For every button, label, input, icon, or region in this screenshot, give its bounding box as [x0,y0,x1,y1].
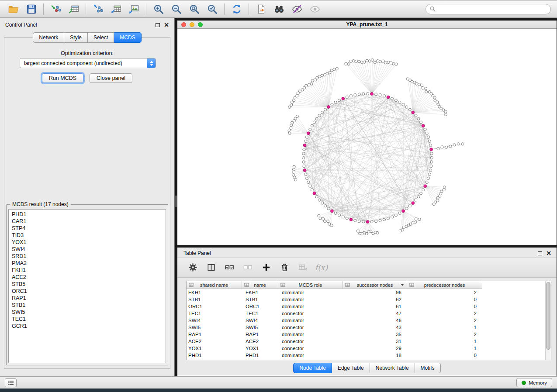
mcds-result-item[interactable]: STP4 [12,225,166,232]
column-header-successor-nodes[interactable]: successor nodes [343,281,407,289]
mcds-result-item[interactable]: FKH1 [12,267,166,274]
tab-edge-table[interactable]: Edge Table [332,363,370,373]
table-row[interactable]: SWI5SWI5connector431 [187,324,545,331]
gear-icon [188,262,198,272]
criterion-select[interactable]: largest connected component (undirected) [20,58,156,68]
column-grid-icon [189,282,194,287]
menu-button[interactable] [5,378,17,387]
table-panel: Table Panel ✕ [177,247,557,376]
export-web-page-button[interactable] [252,1,270,17]
zoom-fit-icon [189,3,200,15]
zoom-selected-button[interactable] [203,1,221,17]
column-grid-icon [345,282,350,287]
show-columns-button[interactable] [205,261,217,273]
table-row[interactable]: ORC1ORC1dominator610 [187,303,545,310]
zoom-in-button[interactable] [149,1,167,17]
table-row[interactable]: SWI4SWI4dominator462 [187,317,545,324]
tab-style[interactable]: Style [64,32,88,43]
tab-motifs[interactable]: Motifs [415,363,441,373]
hide-selected-button[interactable] [288,1,306,17]
control-panel: Control Panel ✕ NetworkStyleSelectMCDS O… [0,18,175,376]
column-header-name[interactable]: name [242,281,278,289]
table-row[interactable]: ACE2ACE2connector311 [187,338,545,345]
open-session-button[interactable] [4,1,22,17]
memory-button[interactable]: Memory [516,378,552,387]
tab-select[interactable]: Select [88,32,114,43]
column-header-mcds-role[interactable]: MCDS role [278,281,343,289]
export-image-icon [128,3,140,15]
node-table-body: FKH1FKH1dominator962STB1STB1dominator620… [187,289,545,360]
show-all-button[interactable] [306,1,324,17]
save-session-button[interactable] [22,1,40,17]
minimize-window-button[interactable] [190,22,194,27]
close-window-button[interactable] [181,22,186,27]
export-image-button[interactable] [125,1,143,17]
mcds-result-item[interactable]: SRD1 [12,253,166,260]
mcds-result-item[interactable]: SWI4 [12,246,166,253]
mcds-result-item[interactable]: STB1 [12,302,166,309]
delete-table-button[interactable] [297,261,309,273]
add-column-button[interactable] [260,261,272,273]
run-mcds-button[interactable]: Run MCDS [42,73,83,83]
close-control-panel-icon[interactable]: ✕ [164,23,169,27]
mcds-result-item[interactable]: RAP1 [12,295,166,302]
apply-layout-button[interactable] [228,1,246,17]
tab-node-table[interactable]: Node Table [293,363,332,373]
table-tabs: Node TableEdge TableNetwork TableMotifs [177,363,557,373]
mcds-result-item[interactable]: ACE2 [12,274,166,281]
table-row[interactable]: PHD1PHD1dominator180 [187,352,545,359]
memory-status-dot [522,381,526,385]
search-box[interactable] [426,4,551,14]
mcds-result-item[interactable]: PHD1 [12,211,166,218]
table-row[interactable]: STB1STB1dominator620 [187,296,545,303]
table-row[interactable]: TEC1TEC1connector472 [187,310,545,317]
find-button[interactable] [270,1,288,17]
save-floppy-icon [26,3,37,15]
column-settings-button[interactable] [187,261,199,273]
table-row[interactable]: RAP1RAP1dominator352 [187,331,545,338]
float-table-panel-icon[interactable] [538,251,542,255]
mcds-result-item[interactable]: PMA2 [12,260,166,267]
select-all-icon [225,262,235,272]
import-network-button[interactable] [47,1,65,17]
mcds-result-item[interactable]: CAR1 [12,218,166,225]
function-builder-button[interactable]: f(x) [315,261,327,273]
close-table-panel-icon[interactable]: ✕ [546,251,551,255]
export-network-button[interactable] [89,1,107,17]
select-all-rows-button[interactable] [224,261,235,273]
export-table-button[interactable] [107,1,125,17]
table-row[interactable]: YOX1YOX1connector291 [187,345,545,352]
mcds-result-item[interactable]: TID3 [12,232,166,239]
close-mcds-panel-button[interactable]: Close panel [90,73,132,83]
tab-network[interactable]: Network [33,32,64,43]
network-canvas[interactable] [177,29,557,245]
binoculars-icon [273,3,285,15]
tab-mcds[interactable]: MCDS [114,32,141,43]
delete-column-button[interactable] [279,261,291,273]
zoom-fit-button[interactable] [185,1,203,17]
scrollbar-thumb[interactable] [546,282,550,350]
table-row[interactable]: FKH1FKH1dominator962 [187,289,545,296]
mcds-result-item[interactable]: TEC1 [12,316,166,323]
column-header-shared-name[interactable]: shared name [187,281,242,289]
deselect-all-rows-button[interactable] [242,261,254,273]
memory-label: Memory [529,380,547,385]
mcds-result-item[interactable]: YOX1 [12,239,166,246]
import-table-icon [68,3,80,15]
cytoscape-window: Control Panel ✕ NetworkStyleSelectMCDS O… [0,0,557,389]
tab-network-table[interactable]: Network Table [370,363,415,373]
toolbar-separator [86,3,86,15]
mcds-result-item[interactable]: STB5 [12,281,166,288]
open-folder-icon [8,3,19,15]
zoom-out-button[interactable] [167,1,185,17]
mcds-result-item[interactable]: GCR1 [12,323,166,330]
import-table-button[interactable] [65,1,83,17]
mcds-result-item[interactable]: ORC1 [12,288,166,295]
search-input[interactable] [438,6,547,12]
float-panel-icon[interactable] [156,23,160,27]
column-header-predecessor-nodes[interactable]: predecessor nodes [407,281,482,289]
maximize-window-button[interactable] [198,22,203,27]
table-toolbar: f(x) [177,257,557,278]
table-scrollbar[interactable] [545,281,551,360]
mcds-result-item[interactable]: SWI5 [12,309,166,316]
